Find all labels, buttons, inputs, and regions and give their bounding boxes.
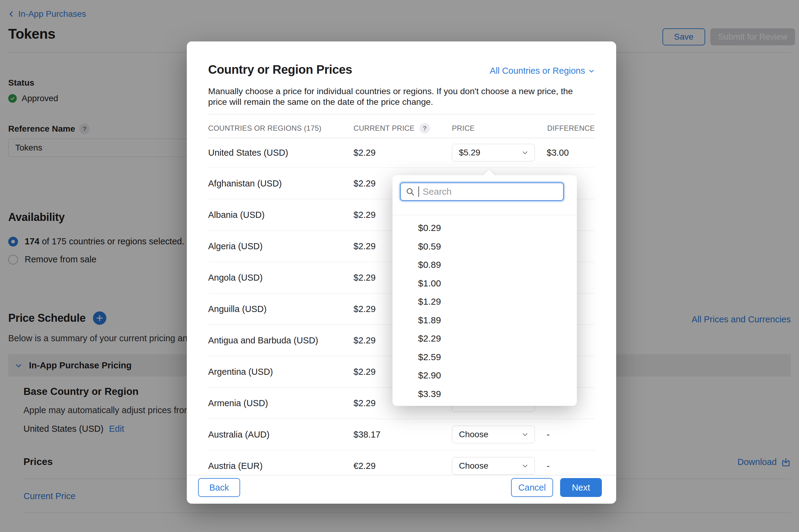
price-dropdown[interactable]: Choose — [452, 426, 535, 443]
table-row: Australia (AUD) $38.17 Choose - — [208, 419, 595, 450]
col-price: PRICE — [452, 124, 547, 133]
country-cell: Argentina (USD) — [208, 367, 354, 377]
price-option[interactable]: $2.59 — [393, 348, 577, 366]
price-dropdown[interactable]: Choose — [452, 457, 535, 475]
cancel-button[interactable]: Cancel — [511, 478, 553, 497]
chevron-down-icon — [588, 68, 595, 74]
modal-title: Country or Region Prices — [208, 63, 352, 76]
chevron-down-icon — [522, 462, 528, 469]
difference-cell: - — [547, 430, 595, 440]
scope-dropdown[interactable]: All Countries or Regions — [490, 66, 595, 76]
price-option[interactable]: $3.39 — [393, 385, 577, 403]
country-cell: Afghanistan (USD) — [208, 178, 354, 189]
modal-description: Manually choose a price for individual c… — [208, 86, 590, 107]
country-cell: Angola (USD) — [208, 273, 354, 283]
price-cell: Choose — [452, 457, 547, 475]
help-icon[interactable]: ? — [420, 123, 430, 133]
search-placeholder: Search — [423, 187, 452, 197]
divider — [393, 215, 577, 215]
price-cell: Choose — [452, 426, 547, 443]
price-options-list: $0.29$0.59$0.89$1.00$1.29$1.89$2.29$2.59… — [393, 219, 577, 403]
current-price-cell: $2.29 — [354, 148, 452, 158]
price-option[interactable]: $0.59 — [393, 238, 577, 256]
country-cell: Algeria (USD) — [208, 241, 354, 251]
text-cursor — [418, 187, 419, 197]
footer-divider — [187, 475, 616, 475]
back-button[interactable]: Back — [198, 478, 240, 497]
price-option[interactable]: $0.29 — [393, 219, 577, 238]
price-option[interactable]: $2.90 — [393, 366, 577, 385]
table-row: United States (USD) $2.29 $5.29 $3.00 — [208, 138, 595, 168]
price-search-input[interactable]: Search — [400, 183, 564, 201]
next-button[interactable]: Next — [560, 478, 602, 497]
price-option[interactable]: $1.89 — [393, 311, 577, 330]
country-cell: Armenia (USD) — [208, 398, 354, 408]
chevron-down-icon — [522, 431, 528, 438]
col-current-price: CURRENT PRICE ? — [354, 123, 452, 133]
divider — [208, 114, 595, 114]
col-countries: COUNTRIES OR REGIONS (175) — [208, 124, 354, 133]
price-option[interactable]: $1.29 — [393, 292, 577, 311]
country-cell: Austria (EUR) — [208, 461, 354, 471]
col-difference: DIFFERENCE — [547, 124, 595, 133]
current-price-cell: €2.29 — [354, 461, 452, 471]
price-dropdown-open[interactable]: $5.29 — [452, 144, 535, 162]
chevron-down-icon — [522, 149, 528, 156]
price-cell: $5.29 — [452, 144, 547, 162]
country-cell: Anguilla (USD) — [208, 304, 354, 314]
country-cell: Australia (AUD) — [208, 430, 354, 440]
country-cell: United States (USD) — [208, 148, 354, 158]
price-option[interactable]: $2.29 — [393, 329, 577, 348]
country-cell: Antigua and Barbuda (USD) — [208, 336, 354, 345]
search-icon — [405, 187, 415, 196]
country-cell: Albania (USD) — [208, 210, 354, 220]
price-select-popover: Search $0.29$0.59$0.89$1.00$1.29$1.89$2.… — [393, 175, 577, 406]
table-row: Austria (EUR) €2.29 Choose - — [208, 450, 595, 475]
difference-cell: $3.00 — [547, 148, 595, 158]
current-price-cell: $38.17 — [354, 430, 452, 440]
price-option[interactable]: $0.89 — [393, 255, 577, 274]
difference-cell: - — [547, 461, 595, 471]
table-header: COUNTRIES OR REGIONS (175) CURRENT PRICE… — [208, 119, 595, 138]
price-option[interactable]: $1.00 — [393, 274, 577, 293]
app-store-connect-page: In-App Purchases Tokens Save Submit for … — [0, 0, 799, 532]
